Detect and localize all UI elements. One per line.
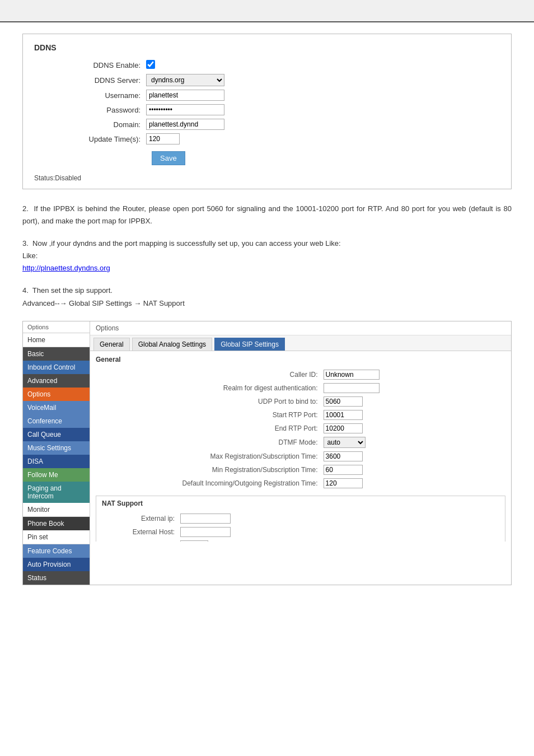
sidebar-item-callqueue[interactable]: Call Queue — [23, 428, 90, 441]
sidebar-item-pin-set[interactable]: Pin set — [23, 530, 90, 544]
nat-section-title: NAT Support — [102, 500, 499, 507]
external-refresh-input[interactable] — [180, 540, 208, 542]
sidebar-item-voicemail[interactable]: VoiceMail — [23, 401, 90, 414]
sidebar-item-auto-provision[interactable]: Auto Provision — [23, 558, 90, 571]
sidebar-advanced-label: Advanced — [27, 377, 57, 385]
ddns-domain-input[interactable] — [146, 119, 224, 130]
ddns-domain-value — [146, 119, 224, 130]
ddns-save-button[interactable]: Save — [152, 151, 185, 165]
sidebar-voicemail-label: VoiceMail — [27, 404, 56, 412]
start-rtp-input-cell — [321, 408, 505, 422]
sidebar-item-conference[interactable]: Conference — [23, 414, 90, 428]
max-reg-input[interactable] — [324, 451, 363, 461]
ddns-update-row: Update Time(s): — [68, 133, 500, 144]
callerid-input-cell — [321, 368, 505, 381]
instruction-2-text: 2. If the IPPBX is behind the Router, pl… — [22, 203, 512, 227]
instruction-4-sub-text: Advanced--→ Global SIP Settings → NAT Su… — [22, 299, 185, 307]
min-reg-input[interactable] — [324, 465, 363, 475]
form-row-udp: UDP Port to bind to: — [96, 395, 505, 408]
callerid-input[interactable] — [324, 370, 380, 380]
ddns-save-row: Save — [68, 148, 500, 165]
ddns-enable-value — [146, 60, 155, 71]
sidebar-item-monitor[interactable]: Monitor — [23, 503, 90, 517]
ddns-username-input[interactable] — [146, 90, 224, 101]
max-reg-label: Max Registration/Subscription Time: — [96, 450, 321, 463]
sidebar-status-label: Status — [27, 574, 46, 582]
sidebar-item-inbound-control[interactable]: Inbound Control — [23, 361, 90, 374]
form-row-default-reg: Default Incoming/Outgoing Registration T… — [96, 477, 505, 490]
tab-global-sip[interactable]: Global SIP Settings — [214, 338, 285, 351]
sidebar-item-phone-book[interactable]: Phone Book — [23, 517, 90, 530]
dtmf-select[interactable]: auto rfc2833 inband info — [324, 437, 366, 448]
sidebar-item-disa[interactable]: DISA — [23, 455, 90, 468]
min-reg-input-cell — [321, 463, 505, 477]
instruction-4-number: 4. — [22, 286, 29, 295]
sidebar-options-header: Options — [23, 321, 90, 333]
ddns-password-input[interactable] — [146, 104, 224, 115]
main-panel: Options General Global Analog Settings G… — [90, 321, 511, 585]
instructions: 2. If the IPPBX is behind the Router, pl… — [22, 203, 512, 310]
ddns-server-select[interactable]: dyndns.org no-ip.com — [146, 74, 224, 86]
sidebar-item-home[interactable]: Home — [23, 333, 90, 347]
ddns-enable-checkbox[interactable] — [146, 60, 155, 69]
sidebar-item-advanced[interactable]: Advanced — [23, 374, 90, 388]
external-ip-input-cell — [178, 512, 233, 525]
sidebar-basic-label: Basic — [27, 350, 44, 358]
min-reg-label: Min Registration/Subscription Time: — [96, 463, 321, 477]
ddns-username-row: Username: — [68, 90, 500, 101]
sidebar-options-label: Options — [27, 390, 50, 398]
top-bar — [0, 0, 534, 22]
ddns-enable-label: DDNS Enable: — [68, 61, 146, 69]
panel-header: Options — [90, 321, 511, 335]
external-ip-input[interactable] — [180, 514, 231, 524]
sidebar-item-status[interactable]: Status — [23, 571, 90, 585]
external-host-input[interactable] — [180, 527, 231, 537]
nat-row-external-ip: External ip: — [102, 512, 233, 525]
sidebar-item-feature-codes[interactable]: Feature Codes — [23, 544, 90, 558]
ddns-domain-row: Domain: — [68, 119, 500, 130]
tab-general[interactable]: General — [93, 338, 130, 351]
sidebar-item-options[interactable]: Options — [23, 388, 90, 401]
default-reg-input[interactable] — [324, 478, 363, 488]
ddns-server-value: dyndns.org no-ip.com — [146, 74, 224, 86]
form-row-max-reg: Max Registration/Subscription Time: — [96, 450, 505, 463]
page-content: DDNS DDNS Enable: DDNS Server: dyndns.or… — [0, 22, 534, 596]
sidebar-item-follow-me[interactable]: Follow Me — [23, 468, 90, 482]
sidebar: Options Home Basic Inbound Control Advan… — [23, 321, 90, 585]
realm-label: Realm for digest authentication: — [96, 381, 321, 395]
external-ip-label: External ip: — [102, 512, 178, 525]
panel-header-text: Options — [96, 324, 119, 332]
sidebar-phonebook-label: Phone Book — [27, 520, 64, 528]
instruction-2-body: If the IPPBX is behind the Router, pleas… — [22, 204, 512, 225]
form-row-end-rtp: End RTP Port: — [96, 422, 505, 435]
sidebar-disa-label: DISA — [27, 458, 43, 465]
ddns-enable-row: DDNS Enable: — [68, 60, 500, 71]
realm-input[interactable] — [324, 383, 380, 393]
tabs-row: General Global Analog Settings Global SI… — [90, 335, 511, 351]
realm-input-cell — [321, 381, 505, 395]
instruction-3-link[interactable]: http://plnaettest.dyndns.org — [22, 264, 110, 272]
end-rtp-input[interactable] — [324, 423, 363, 433]
form-row-realm: Realm for digest authentication: — [96, 381, 505, 395]
ddns-password-row: Password: — [68, 104, 500, 115]
external-host-input-cell — [178, 525, 233, 539]
sidebar-item-paging-intercom[interactable]: Paging and Intercom — [23, 482, 90, 503]
ddns-password-value — [146, 104, 224, 115]
main-layout: Options Home Basic Inbound Control Advan… — [22, 321, 512, 585]
tab-global-analog[interactable]: Global Analog Settings — [132, 338, 212, 351]
udp-port-input[interactable] — [324, 396, 363, 407]
ddns-username-value — [146, 90, 224, 101]
max-reg-input-cell — [321, 450, 505, 463]
sidebar-item-basic[interactable]: Basic — [23, 347, 90, 361]
ddns-password-label: Password: — [68, 106, 146, 114]
callerid-label: Caller ID: — [96, 368, 321, 381]
instruction-4-body: Then set the sip support. — [32, 286, 113, 295]
sidebar-featurecodes-label: Feature Codes — [27, 547, 72, 555]
sidebar-item-music-settings[interactable]: Music Settings — [23, 441, 90, 455]
ddns-update-input[interactable] — [146, 133, 180, 144]
instruction-3-text: 3. Now ,if your dyndns and the port mapp… — [22, 237, 512, 250]
start-rtp-input[interactable] — [324, 410, 363, 420]
ddns-server-row: DDNS Server: dyndns.org no-ip.com — [68, 74, 500, 86]
ddns-update-label: Update Time(s): — [68, 135, 146, 143]
form-row-dtmf: DTMF Mode: auto rfc2833 inband info — [96, 435, 505, 450]
